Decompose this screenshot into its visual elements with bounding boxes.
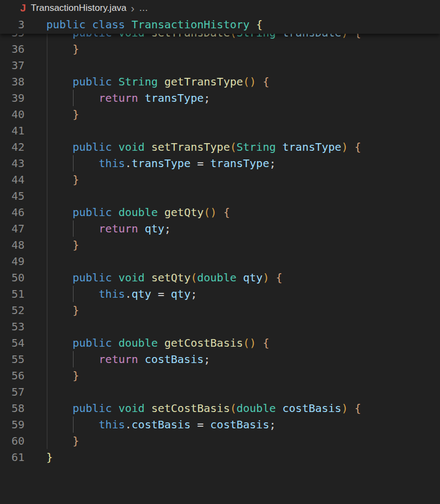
code-text: public double getCostBasis() { (46, 335, 269, 351)
line-number: 42 (0, 139, 25, 155)
line-number: 41 (0, 122, 25, 139)
sticky-scroll-header[interactable]: 3 public class TransactionHistory { (0, 16, 440, 34)
line-number: 43 (0, 155, 25, 171)
code-text: this.costBasis = costBasis; (46, 416, 276, 433)
code-text: } (46, 41, 79, 57)
indent-guide (47, 122, 47, 139)
indent-guide (47, 188, 47, 204)
line-number: 61 (0, 449, 25, 465)
code-line-58[interactable]: 58 public void setCostBasis(double costB… (0, 400, 440, 416)
code-editor[interactable]: 35 public void setTransDate(String trans… (0, 0, 440, 504)
code-line-47[interactable]: 47 return qty; (0, 220, 440, 237)
code-line-41[interactable]: 41 (0, 122, 440, 139)
line-number: 52 (0, 302, 25, 318)
code-text: } (46, 433, 79, 449)
code-text: } (46, 302, 79, 318)
line-number: 47 (0, 220, 25, 237)
code-text: return transType; (46, 90, 210, 106)
code-text: } (46, 237, 79, 253)
code-line-46[interactable]: 46 public double getQty() { (0, 204, 440, 220)
code-line-56[interactable]: 56 } (0, 367, 440, 384)
breadcrumb-file-name[interactable]: TransactionHistory.java (31, 0, 127, 16)
line-number: 44 (0, 171, 25, 188)
sticky-line[interactable]: 3 public class TransactionHistory { (0, 16, 440, 33)
code-text: public void setTransType(String transTyp… (46, 139, 361, 155)
indent-guide (47, 318, 47, 335)
code-line-51[interactable]: 51 this.qty = qty; (0, 286, 440, 302)
java-file-icon: J (20, 0, 26, 16)
code-line-37[interactable]: 37 (0, 57, 440, 73)
line-number: 55 (0, 351, 25, 367)
code-line-50[interactable]: 50 public void setQty(double qty) { (0, 269, 440, 286)
line-number: 53 (0, 318, 25, 335)
code-line-59[interactable]: 59 this.costBasis = costBasis; (0, 416, 440, 433)
line-number: 46 (0, 204, 25, 220)
line-number: 58 (0, 400, 25, 416)
sticky-code-text: public class TransactionHistory { (46, 16, 262, 33)
code-text: } (46, 106, 79, 122)
line-number: 57 (0, 384, 25, 400)
code-text: return qty; (46, 220, 171, 237)
code-text: } (46, 449, 53, 465)
code-line-53[interactable]: 53 (0, 318, 440, 335)
code-line-45[interactable]: 45 (0, 188, 440, 204)
code-line-52[interactable]: 52 } (0, 302, 440, 318)
line-number: 56 (0, 367, 25, 384)
code-line-54[interactable]: 54 public double getCostBasis() { (0, 335, 440, 351)
code-text: public String getTransType() { (46, 73, 269, 90)
code-line-48[interactable]: 48 } (0, 237, 440, 253)
line-number: 60 (0, 433, 25, 449)
breadcrumb-symbol-ellipsis[interactable]: … (139, 1, 148, 15)
line-number: 39 (0, 90, 25, 106)
line-number: 45 (0, 188, 25, 204)
line-number: 51 (0, 286, 25, 302)
code-text: } (46, 367, 79, 384)
line-number: 37 (0, 57, 25, 73)
code-line-57[interactable]: 57 (0, 384, 440, 400)
breadcrumb: J TransactionHistory.java › … (0, 0, 440, 16)
code-text: this.transType = transType; (46, 155, 276, 171)
code-line-39[interactable]: 39 return transType; (0, 90, 440, 106)
code-line-60[interactable]: 60 } (0, 433, 440, 449)
code-text: this.qty = qty; (46, 286, 197, 302)
line-number: 48 (0, 237, 25, 253)
line-number: 59 (0, 416, 25, 433)
code-text: return costBasis; (46, 351, 210, 367)
line-number: 38 (0, 73, 25, 90)
chevron-right-icon: › (126, 1, 139, 16)
code-line-38[interactable]: 38 public String getTransType() { (0, 73, 440, 90)
line-number: 54 (0, 335, 25, 351)
line-number: 40 (0, 106, 25, 122)
code-line-42[interactable]: 42 public void setTransType(String trans… (0, 139, 440, 155)
code-line-61[interactable]: 61} (0, 449, 440, 465)
code-text: public double getQty() { (46, 204, 230, 220)
code-text: public void setCostBasis(double costBasi… (46, 400, 361, 416)
code-text: } (46, 171, 79, 188)
code-line-43[interactable]: 43 this.transType = transType; (0, 155, 440, 171)
indent-guide (47, 57, 47, 73)
code-line-55[interactable]: 55 return costBasis; (0, 351, 440, 367)
code-line-49[interactable]: 49 (0, 253, 440, 269)
code-line-36[interactable]: 36 } (0, 41, 440, 57)
line-number: 50 (0, 269, 25, 286)
line-number: 49 (0, 253, 25, 269)
code-line-40[interactable]: 40 } (0, 106, 440, 122)
line-number: 36 (0, 41, 25, 57)
code-line-44[interactable]: 44 } (0, 171, 440, 188)
indent-guide (47, 253, 47, 269)
indent-guide (47, 384, 47, 400)
code-text: public void setQty(double qty) { (46, 269, 283, 286)
sticky-line-number: 3 (0, 16, 25, 33)
